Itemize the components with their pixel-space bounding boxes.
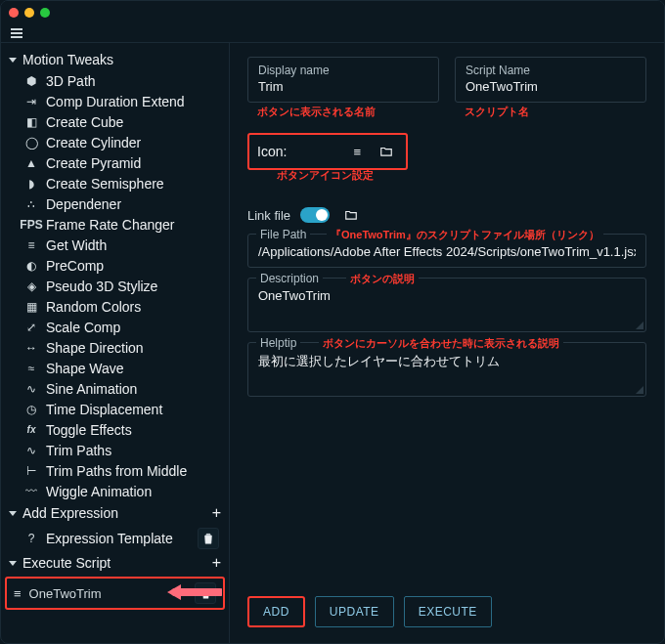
fx-icon: fx (24, 423, 38, 437)
sidebar-item-create-semisphere[interactable]: ◗Create Semisphere (5, 173, 225, 193)
sidebar-item-expression-template[interactable]: ? Expression Template (5, 525, 225, 551)
sidebar-item-create-pyramid[interactable]: ▲Create Pyramid (5, 152, 225, 173)
browse-file-button[interactable] (339, 204, 363, 226)
chevron-down-icon (9, 561, 17, 566)
annotation-text: ボタンアイコン設定 (247, 168, 646, 183)
cube-icon: ⬢ (24, 74, 38, 88)
selected-item-highlight: ≡ OneTwoTrim (5, 577, 225, 610)
pyramid-icon: ▲ (24, 156, 38, 170)
wave-icon: ≈ (24, 362, 38, 375)
zoom-window-icon[interactable] (40, 8, 50, 18)
display-name-field[interactable]: Display name Trim (247, 57, 439, 103)
sidebar-item-create-cube[interactable]: ◧Create Cube (5, 111, 225, 132)
sidebar-item-shape-direction[interactable]: ↔Shape Direction (5, 337, 225, 358)
semisphere-icon: ◗ (24, 177, 38, 191)
sidebar-item-create-cylinder[interactable]: ◯Create Cylinder (5, 132, 225, 152)
trash-icon (201, 532, 215, 545)
field-label: Helptip (256, 336, 300, 350)
minimize-window-icon[interactable] (24, 8, 34, 18)
trim-icon: ∿ (24, 444, 38, 457)
helptip-field[interactable]: Helptip ボタンにカーソルを合わせた時に表示される説明 (247, 342, 646, 397)
width-icon: ≡ (24, 238, 38, 252)
cylinder-icon: ◯ (24, 136, 38, 150)
field-label: Display name (258, 64, 428, 77)
sidebar-item-random-colors[interactable]: ▦Random Colors (5, 296, 225, 317)
sidebar-item-3d-path[interactable]: ⬢3D Path (5, 70, 225, 91)
sidebar-item-trim-paths-middle[interactable]: ⊢Trim Paths from Middle (5, 460, 225, 481)
sidebar-item-precomp[interactable]: ◐PreComp (5, 255, 225, 276)
category-motion-tweaks[interactable]: Motion Tweaks (5, 49, 225, 70)
list-icon: ≡ (14, 586, 22, 601)
sidebar-item-get-width[interactable]: ≡Get Width (5, 235, 225, 255)
fps-icon: FPS (24, 218, 38, 232)
annotation-arrow-icon (163, 580, 222, 604)
sidebar-item-scale-comp[interactable]: ⤢Scale Comp (5, 317, 225, 337)
stylize-icon: ◈ (24, 279, 38, 293)
file-path-field[interactable]: File Path 『OneTwoTrim』のスクリプトファイル場所（リンク） (247, 234, 646, 268)
scale-icon: ⤢ (24, 321, 38, 334)
sidebar-item-comp-duration[interactable]: ⇥Comp Duration Extend (5, 91, 225, 111)
close-window-icon[interactable] (9, 8, 19, 18)
annotation-text: 『OneTwoTrim』のスクリプトファイル場所（リンク） (327, 228, 603, 242)
resize-handle-icon[interactable] (636, 322, 643, 329)
field-value: OneTwoTrim (466, 77, 636, 94)
annotation-text: ボタンに表示される名前 (247, 105, 439, 119)
delete-button[interactable] (198, 528, 219, 549)
sidebar-item-pseudo-3d[interactable]: ◈Pseudo 3D Stylize (5, 276, 225, 296)
sidebar-item-frame-rate[interactable]: FPSFrame Rate Changer (5, 214, 225, 235)
link-icon: ∴ (24, 197, 38, 211)
sidebar: Motion Tweaks ⬢3D Path ⇥Comp Duration Ex… (1, 43, 230, 643)
category-add-expression[interactable]: Add Expression + (5, 501, 225, 525)
category-execute-script[interactable]: Execute Script + (5, 551, 225, 575)
colors-icon: ▦ (24, 300, 38, 314)
field-label: File Path (256, 228, 310, 241)
sidebar-item-dependener[interactable]: ∴Dependener (5, 193, 225, 214)
category-label: Add Expression (22, 505, 118, 521)
description-field[interactable]: Description ボタンの説明 (247, 278, 646, 332)
annotation-text: ボタンの説明 (346, 272, 419, 286)
field-label: Script Name (466, 64, 636, 77)
icon-setting-highlight: Icon: ≡ (247, 133, 408, 170)
trim-middle-icon: ⊢ (24, 464, 38, 478)
link-file-toggle[interactable] (300, 207, 330, 223)
window-titlebar (1, 1, 664, 24)
folder-icon (343, 208, 359, 222)
icon-browse-button[interactable] (375, 141, 398, 162)
sidebar-item-sine-animation[interactable]: ∿Sine Animation (5, 378, 225, 399)
sine-icon: ∿ (24, 382, 38, 396)
chevron-down-icon (9, 58, 17, 63)
sidebar-item-wiggle[interactable]: 〰Wiggle Animation (5, 481, 225, 501)
sidebar-item-toggle-effects[interactable]: fxToggle Effects (5, 419, 225, 440)
extend-icon: ⇥ (24, 95, 38, 108)
question-icon: ? (24, 532, 38, 545)
hamburger-icon[interactable] (11, 28, 22, 38)
wiggle-icon: 〰 (24, 485, 38, 498)
link-file-label: Link file (247, 208, 290, 223)
chevron-down-icon (9, 511, 17, 516)
precomp-icon: ◐ (24, 259, 38, 273)
add-icon[interactable]: + (212, 504, 221, 522)
icon-list-button[interactable]: ≡ (345, 141, 369, 162)
sidebar-item-shape-wave[interactable]: ≈Shape Wave (5, 358, 225, 378)
resize-handle-icon[interactable] (636, 386, 643, 394)
add-icon[interactable]: + (212, 554, 221, 572)
field-label: Description (256, 272, 323, 285)
time-icon: ◷ (24, 403, 38, 416)
update-button[interactable]: UPDATE (315, 596, 394, 627)
annotation-text: スクリプト名 (455, 105, 646, 119)
execute-button[interactable]: EXECUTE (404, 596, 492, 627)
file-path-input[interactable] (258, 240, 636, 259)
category-label: Motion Tweaks (22, 52, 113, 67)
category-label: Execute Script (22, 555, 111, 571)
helptip-input[interactable] (258, 349, 636, 382)
list-icon: ≡ (354, 145, 362, 159)
detail-panel: Display name Trim ボタンに表示される名前 Script Nam… (230, 43, 664, 643)
add-button[interactable]: ADD (247, 596, 305, 627)
direction-icon: ↔ (24, 341, 38, 355)
description-input[interactable] (258, 284, 636, 318)
sidebar-item-time-displacement[interactable]: ◷Time Displacement (5, 399, 225, 419)
annotation-text: ボタンにカーソルを合わせた時に表示される説明 (319, 336, 563, 351)
script-name-field[interactable]: Script Name OneTwoTrim (455, 57, 646, 103)
cube-icon: ◧ (24, 115, 38, 129)
sidebar-item-trim-paths[interactable]: ∿Trim Paths (5, 440, 225, 460)
